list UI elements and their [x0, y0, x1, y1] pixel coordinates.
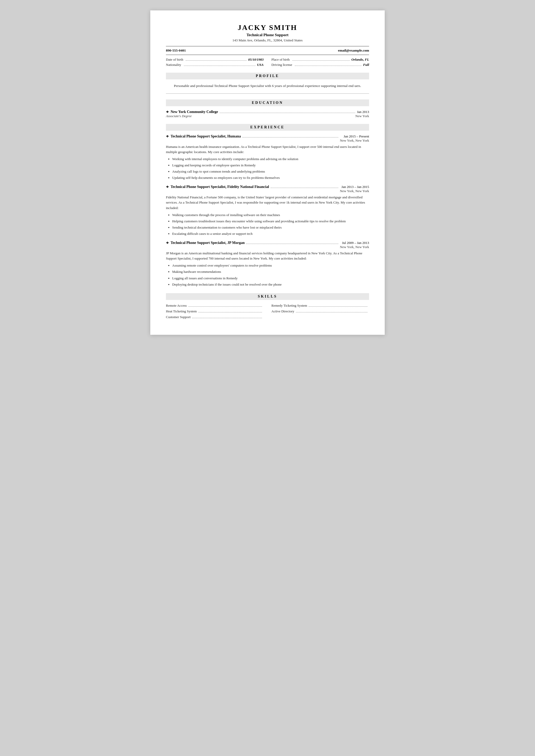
list-item: Working with internal employees to ident… [172, 156, 369, 162]
profile-divider [166, 94, 369, 94]
list-item: Sending technical documentation to custo… [172, 225, 369, 230]
edu-dots-0 [220, 113, 355, 113]
candidate-address: 143 Main Ave, Orlando, FL, 32804, United… [166, 38, 369, 42]
exp-date-2: Jul 2009 – Jan 2013 [340, 241, 369, 245]
contact-bar: 890-555-0401 email@example.com [166, 46, 369, 55]
nationality-dots [184, 66, 256, 66]
experience-section: EXPERIENCE ❖ Technical Phone Support Spe… [166, 124, 369, 287]
profile-section-header: PROFILE [166, 73, 369, 79]
edu-date-0: Jan 2013 [357, 110, 369, 114]
edu-sub-0: Associate's Degree New York [166, 114, 369, 118]
exp-date-loc-1: Jan 2013 – Jan 2015 New York, New York [340, 185, 369, 193]
exp-title-1: Technical Phone Support Specialist, Fide… [171, 185, 269, 189]
exp-entry-header-0: ❖ Technical Phone Support Specialist, Hu… [166, 134, 369, 143]
profile-section: PROFILE Personable and professional Tech… [166, 73, 369, 94]
nationality-value: USA [257, 63, 264, 67]
exp-location-0: New York, New York [340, 139, 369, 143]
candidate-title: Technical Phone Support [166, 33, 369, 37]
skill-row-2: Heat Ticketing System [166, 309, 264, 313]
diamond-icon-exp-0: ❖ [166, 134, 169, 139]
diamond-icon-edu-0: ❖ [166, 110, 169, 114]
exp-entry-header-2: ❖ Technical Phone Support Specialist, JP… [166, 241, 369, 249]
skill-label-1: Remedy Ticketing System [271, 304, 307, 308]
exp-date-1: Jan 2013 – Jan 2015 [340, 185, 369, 189]
skill-row-4: Customer Support [166, 315, 264, 319]
exp-bullets-2: Assuming remote control over employees' … [172, 263, 369, 287]
dob-row: Date of birth 05/10/1983 [166, 58, 264, 62]
list-item: Deploying desktop technicians if the iss… [172, 282, 369, 287]
education-section-header: EDUCATION [166, 99, 369, 106]
skill-dots-2 [198, 312, 262, 312]
nationality-row: Nationality USA [166, 63, 264, 67]
exp-entry-2: ❖ Technical Phone Support Specialist, JP… [166, 241, 369, 287]
nationality-label: Nationality [166, 63, 181, 67]
list-item: Analyzing call logs to spot common trend… [172, 169, 369, 175]
personal-info-grid: Date of birth 05/10/1983 Place of birth … [166, 58, 369, 67]
pob-label: Place of birth [271, 58, 290, 62]
exp-entry-header-1: ❖ Technical Phone Support Specialist, Fi… [166, 185, 369, 193]
skills-section: SKILLS Remote Access Remedy Ticketing Sy… [166, 293, 369, 319]
skill-label-4: Customer Support [166, 315, 191, 319]
skills-grid: Remote Access Remedy Ticketing System He… [166, 304, 369, 319]
edu-entry-0: ❖ New York Community College Jan 2013 As… [166, 110, 369, 118]
exp-bullets-0: Working with internal employees to ident… [172, 156, 369, 181]
skill-row-3: Active Directory [271, 309, 369, 313]
list-item: Helping customers troubleshoot issues th… [172, 218, 369, 224]
edu-title-dots-0: ❖ New York Community College [166, 110, 357, 114]
exp-date-loc-2: Jul 2009 – Jan 2013 New York, New York [340, 241, 369, 249]
exp-title-2: Technical Phone Support Specialist, JP M… [171, 241, 244, 245]
skill-dots-4 [192, 318, 262, 318]
list-item: Making hardware recommendations [172, 269, 369, 275]
dob-value: 05/10/1983 [248, 58, 264, 62]
edu-title-0: New York Community College [171, 110, 218, 114]
exp-date-0: Jan 2015 – Present [340, 134, 369, 139]
skill-label-2: Heat Ticketing System [166, 309, 197, 313]
diamond-icon-exp-1: ❖ [166, 185, 169, 189]
candidate-name: JACKY SMITH [166, 23, 369, 32]
exp-desc-1: Fidelity National Financial, a Fortune 5… [166, 195, 369, 210]
resume-header: JACKY SMITH Technical Phone Support 143 … [166, 23, 369, 42]
exp-date-loc-0: Jan 2015 – Present New York, New York [340, 134, 369, 143]
exp-desc-2: JP Morgan is an American multinational b… [166, 251, 369, 261]
dob-dots [186, 60, 246, 61]
list-item: Walking customers through the process of… [172, 212, 369, 218]
list-item: Logging and keeping records of employee … [172, 162, 369, 168]
license-value: Full [363, 63, 369, 67]
education-section: EDUCATION ❖ New York Community College J… [166, 99, 369, 118]
candidate-phone: 890-555-0401 [166, 48, 186, 53]
list-item: Updating self-help documents so employee… [172, 175, 369, 181]
exp-dots-2 [246, 244, 338, 244]
experience-section-header: EXPERIENCE [166, 124, 369, 131]
pob-row: Place of birth Orlando, FL [271, 58, 369, 62]
exp-entry-0: ❖ Technical Phone Support Specialist, Hu… [166, 134, 369, 181]
edu-entry-header-0: ❖ New York Community College Jan 2013 [166, 110, 369, 114]
exp-desc-0: Humana is an American health insurance o… [166, 144, 369, 155]
license-row: Driving license Full [271, 63, 369, 67]
profile-text: Personable and professional Technical Ph… [166, 83, 369, 89]
resume-document: JACKY SMITH Technical Phone Support 143 … [150, 11, 385, 335]
edu-location-0: New York [355, 114, 369, 118]
exp-title-dots-2: ❖ Technical Phone Support Specialist, JP… [166, 241, 340, 245]
exp-title-0: Technical Phone Support Specialist, Huma… [171, 134, 241, 139]
skill-label-3: Active Directory [271, 309, 294, 313]
skill-row-0: Remote Access [166, 304, 264, 308]
dob-label: Date of birth [166, 58, 183, 62]
pob-value: Orlando, FL [352, 58, 369, 62]
license-label: Driving license [271, 63, 292, 67]
exp-dots-1 [270, 188, 338, 188]
license-dots [295, 66, 361, 66]
diamond-icon-exp-2: ❖ [166, 241, 169, 245]
exp-title-dots-1: ❖ Technical Phone Support Specialist, Fi… [166, 185, 340, 189]
edu-subtitle-0: Associate's Degree [166, 114, 192, 118]
skills-section-header: SKILLS [166, 293, 369, 300]
exp-entry-1: ❖ Technical Phone Support Specialist, Fi… [166, 185, 369, 237]
list-item: Assuming remote control over employees' … [172, 263, 369, 268]
exp-location-2: New York, New York [340, 245, 369, 249]
skill-row-1: Remedy Ticketing System [271, 304, 369, 308]
skill-label-0: Remote Access [166, 304, 187, 308]
candidate-email: email@example.com [338, 48, 369, 53]
exp-location-1: New York, New York [340, 189, 369, 193]
exp-title-dots-0: ❖ Technical Phone Support Specialist, Hu… [166, 134, 340, 139]
pob-dots [292, 60, 350, 61]
skill-dots-3 [296, 312, 368, 312]
